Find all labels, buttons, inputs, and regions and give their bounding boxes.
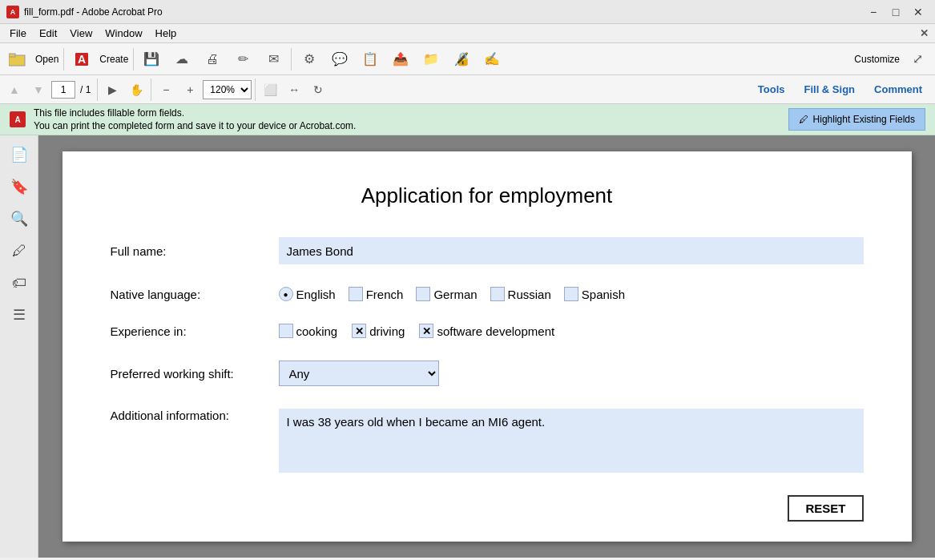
english-label: English (296, 288, 336, 301)
menu-window[interactable]: Window (99, 26, 148, 41)
language-spanish-option[interactable]: Spanish (564, 287, 625, 301)
create-label[interactable]: Create (98, 54, 130, 65)
customize-label[interactable]: Customize (854, 54, 900, 65)
shift-select[interactable]: Any Morning Afternoon Night (279, 361, 439, 386)
language-options: English French German Russ (279, 287, 626, 301)
nav-toolbar: ▲ ▼ / 1 ▶ ✋ − + 120% 100% 150% 75% ⬜ ↔ ↻… (0, 75, 935, 104)
window-title: fill_form.pdf - Adobe Acrobat Pro (24, 6, 163, 18)
zoom-out-button[interactable]: − (155, 79, 177, 101)
cooking-checkbox[interactable] (279, 324, 293, 338)
email-button[interactable]: ✉ (259, 46, 288, 73)
rotate-button[interactable]: ↻ (307, 79, 329, 101)
pdf-area: Application for employment Full name: Na… (38, 135, 935, 558)
info-line1: This file includes fillable form fields. (34, 107, 356, 119)
menu-close[interactable]: ✕ (920, 27, 929, 39)
comment-view-button[interactable]: Comment (864, 80, 932, 99)
driving-option[interactable]: ✕ driving (352, 324, 405, 338)
highlight-label: Highlight Existing Fields (813, 114, 915, 125)
spanish-radio[interactable] (564, 287, 578, 301)
find-icon[interactable]: 🔍 (6, 206, 32, 232)
driving-checkbox[interactable]: ✕ (352, 324, 366, 338)
hand-tool[interactable]: ✋ (125, 79, 147, 101)
open-label[interactable]: Open (34, 54, 60, 65)
tools-button[interactable]: Tools (748, 80, 795, 99)
review-button[interactable]: 📋 (356, 46, 385, 73)
language-row: Native language: English French (111, 287, 864, 301)
window-controls[interactable]: − □ ✕ (863, 4, 929, 20)
page-number-input[interactable] (51, 81, 75, 99)
language-english-option[interactable]: English (279, 287, 336, 301)
additional-row: Additional information: I was 38 years o… (111, 409, 864, 473)
russian-radio[interactable] (490, 287, 505, 301)
close-button[interactable]: ✕ (908, 4, 929, 20)
info-icon: A (10, 111, 26, 127)
left-sidebar: 📄 🔖 🔍 🖊 🏷 ☰ (0, 135, 38, 558)
cooking-label: cooking (296, 324, 338, 338)
page-separator: / 1 (77, 84, 94, 95)
main-toolbar: Open A Create 💾 ☁ 🖨 ✏ ✉ ⚙ 💬 📋 📤 📁 🔏 ✍ Cu… (0, 43, 935, 75)
fit-page-button[interactable]: ⬜ (259, 79, 281, 101)
spanish-label: Spanish (582, 288, 625, 301)
fullname-input[interactable] (279, 237, 864, 264)
info-bar: A This file includes fillable form field… (0, 104, 935, 135)
app-icon: A (6, 6, 19, 18)
cursor-tool[interactable]: ▶ (101, 79, 123, 101)
open-button[interactable] (3, 46, 32, 73)
prev-page-button[interactable]: ▲ (3, 79, 26, 101)
pages-icon[interactable]: 📄 (6, 142, 32, 167)
language-german-option[interactable]: German (416, 287, 477, 301)
main-layout: 📄 🔖 🔍 🖊 🏷 ☰ Application for employment F… (0, 135, 935, 558)
minimize-button[interactable]: − (863, 4, 884, 20)
maximize-button[interactable]: □ (885, 4, 906, 20)
tags-icon[interactable]: 🏷 (6, 270, 32, 296)
fill-sign-button[interactable]: Fill & Sign (794, 80, 864, 99)
additional-textarea[interactable]: I was 38 years old when I became an MI6 … (279, 409, 864, 473)
next-page-button[interactable]: ▼ (27, 79, 50, 101)
settings-button[interactable]: ⚙ (295, 46, 324, 73)
redact-button[interactable]: 🔏 (447, 46, 476, 73)
info-bar-content: A This file includes fillable form field… (10, 107, 356, 131)
zoom-in-button[interactable]: + (179, 79, 201, 101)
zoom-select[interactable]: 120% 100% 150% 75% (203, 80, 252, 99)
save-button[interactable]: 💾 (137, 46, 166, 73)
expand-button[interactable]: ⤢ (903, 46, 932, 73)
sign-button[interactable]: ✍ (478, 46, 506, 73)
german-radio[interactable] (416, 287, 430, 301)
menu-view[interactable]: View (63, 26, 99, 41)
language-french-option[interactable]: French (349, 287, 404, 301)
info-text: This file includes fillable form fields.… (34, 107, 356, 131)
fullname-row: Full name: (111, 237, 864, 264)
comment-button[interactable]: 💬 (325, 46, 354, 73)
french-radio[interactable] (349, 287, 363, 301)
edit-button[interactable]: ✏ (228, 46, 257, 73)
tools-sidebar-icon[interactable]: 🖊 (6, 238, 32, 264)
software-option[interactable]: ✕ software development (419, 324, 554, 338)
fullname-label: Full name: (111, 244, 271, 258)
reset-button[interactable]: RESET (788, 495, 863, 522)
form-title: Application for employment (111, 183, 864, 208)
additional-label: Additional information: (111, 409, 271, 422)
fit-width-button[interactable]: ↔ (283, 79, 305, 101)
svg-text:A: A (78, 53, 86, 66)
experience-label: Experience in: (111, 324, 271, 338)
pdf-page: Application for employment Full name: Na… (62, 151, 912, 542)
language-russian-option[interactable]: Russian (490, 287, 551, 301)
svg-rect-1 (9, 54, 15, 57)
share-button[interactable]: 📤 (386, 46, 415, 73)
portfolio-button[interactable]: 📁 (417, 46, 445, 73)
german-label: German (433, 288, 477, 301)
menu-edit[interactable]: Edit (33, 26, 63, 41)
cooking-option[interactable]: cooking (279, 324, 338, 338)
print-button[interactable]: 🖨 (198, 46, 227, 73)
create-button[interactable]: A (67, 46, 96, 73)
english-radio[interactable] (279, 287, 293, 301)
layers-icon[interactable]: ☰ (6, 302, 32, 328)
menu-help[interactable]: Help (149, 26, 183, 41)
highlight-fields-button[interactable]: 🖊 Highlight Existing Fields (788, 108, 925, 131)
driving-label: driving (369, 324, 405, 338)
menu-file[interactable]: File (3, 26, 33, 41)
software-checkbox[interactable]: ✕ (419, 324, 433, 338)
cloud-button[interactable]: ☁ (167, 46, 196, 73)
software-label: software development (437, 324, 554, 338)
bookmarks-icon[interactable]: 🔖 (6, 174, 32, 199)
